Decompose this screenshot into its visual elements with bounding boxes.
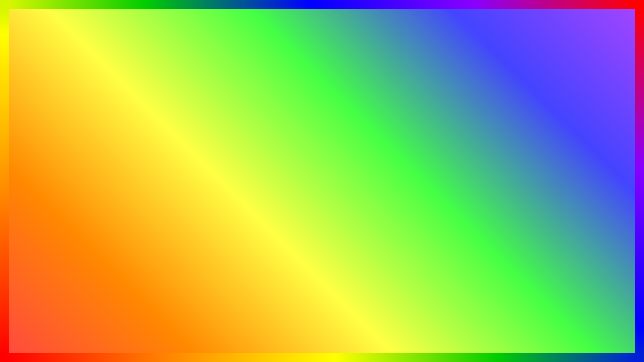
- minimize-button[interactable]: ─: [608, 12, 615, 19]
- swatch-black[interactable]: [399, 33, 407, 41]
- edit-colors-button[interactable]: Edit colors: [582, 33, 605, 55]
- swatch-lightred[interactable]: [426, 42, 434, 50]
- resize-button[interactable]: ⤡ Resize: [102, 45, 133, 56]
- color1-box[interactable]: [377, 33, 391, 47]
- swatch-yellow[interactable]: [444, 33, 452, 41]
- swatch-silver[interactable]: [408, 42, 416, 50]
- swatch-lavender[interactable]: [508, 42, 516, 50]
- brush-4[interactable]: ⬟: [226, 57, 235, 66]
- pencil-tool[interactable]: ✏: [143, 33, 152, 42]
- shape-arrow-left[interactable]: ◁: [266, 44, 276, 54]
- swatch-olive[interactable]: [544, 33, 552, 41]
- swatch-gray[interactable]: [408, 33, 416, 41]
- swatch-lightgray[interactable]: [417, 42, 425, 50]
- svg-point-25: [226, 180, 227, 182]
- swatch-navy[interactable]: [562, 33, 570, 41]
- crop-button[interactable]: ⊡ Crop: [102, 33, 133, 44]
- cut-button[interactable]: ✂ Cut: [48, 33, 71, 44]
- select-button[interactable]: ⬚ Select: [80, 33, 100, 68]
- shape-arrow-right[interactable]: ▷: [256, 44, 266, 54]
- swatch-green[interactable]: [462, 33, 470, 41]
- brushes-button[interactable]: 🖌 Brushes: [205, 33, 228, 55]
- menu-file[interactable]: File: [12, 22, 29, 30]
- swatch-tan[interactable]: [535, 42, 543, 50]
- brush-5[interactable]: /: [198, 66, 207, 75]
- swatch-purple[interactable]: [571, 33, 579, 41]
- swatch-lightseafoam[interactable]: [471, 42, 479, 50]
- fill-tool[interactable]: ⬛: [153, 33, 162, 42]
- shape-arrow-up[interactable]: △: [277, 44, 287, 54]
- shape-hexagon[interactable]: ⬡: [245, 44, 255, 54]
- copy-button[interactable]: ⧉ Copy: [48, 45, 71, 56]
- brush-8[interactable]: │: [226, 66, 235, 75]
- brush-7[interactable]: ─: [217, 66, 226, 75]
- eraser-tool[interactable]: ◻: [173, 33, 182, 42]
- shape-righttriangle[interactable]: ◺: [308, 33, 318, 43]
- swatch-lime[interactable]: [453, 33, 461, 41]
- magnify-tool[interactable]: 🔍: [153, 43, 162, 52]
- swatch-lightskyblue[interactable]: [490, 42, 498, 50]
- picker-tool[interactable]: 💧: [143, 43, 152, 52]
- paste-button[interactable]: 📋 Paste: [17, 33, 46, 60]
- shape-arrow-down[interactable]: ▽: [287, 44, 297, 54]
- swatch-khaki[interactable]: [544, 42, 552, 50]
- brush-3[interactable]: ⬤: [217, 57, 226, 66]
- swatch-violet[interactable]: [508, 33, 516, 41]
- menu-help[interactable]: Help: [114, 22, 134, 30]
- swatch-teal[interactable]: [553, 33, 561, 41]
- menu-view[interactable]: View: [47, 22, 67, 30]
- svg-point-5: [50, 189, 51, 191]
- text-tool[interactable]: A: [163, 33, 172, 42]
- shape-star4[interactable]: ✦: [298, 44, 308, 54]
- brush-1[interactable]: ·: [198, 57, 207, 66]
- maximize-button[interactable]: □: [616, 12, 623, 19]
- paint-canvas[interactable]: Milky Way Drawing: [15, 93, 468, 342]
- swatch-steelblue[interactable]: [562, 42, 570, 50]
- swatch-cyan[interactable]: [480, 33, 489, 41]
- shape-roundrect[interactable]: ⬜: [277, 33, 287, 43]
- svg-point-50: [372, 191, 373, 192]
- menu-edit[interactable]: Edit: [29, 22, 47, 30]
- swatch-white[interactable]: [417, 33, 425, 41]
- swatch-lightTeal[interactable]: [553, 42, 561, 50]
- swatch-blue[interactable]: [499, 33, 507, 41]
- svg-point-27: [75, 199, 76, 200]
- swatch-pink[interactable]: [526, 33, 534, 41]
- shape-rect[interactable]: ▭: [266, 33, 276, 43]
- fill-button[interactable]: Fill ▾: [343, 43, 367, 51]
- swatch-lightblue[interactable]: [499, 42, 507, 50]
- shape-callout[interactable]: 💬: [330, 44, 340, 54]
- swatch-orange[interactable]: [435, 33, 443, 41]
- swatch-brown[interactable]: [535, 33, 543, 41]
- shape-star6[interactable]: ✶: [319, 44, 329, 54]
- rotate-button[interactable]: ↻ Rotate ▾: [102, 57, 133, 68]
- swatch-lightgreen[interactable]: [462, 42, 470, 50]
- shape-line[interactable]: /: [245, 33, 255, 43]
- swatch-lightpink[interactable]: [526, 42, 534, 50]
- swatch-orchid[interactable]: [571, 42, 579, 50]
- shape-star5[interactable]: ★: [308, 44, 318, 54]
- swatch-seafoam[interactable]: [471, 33, 479, 41]
- close-button[interactable]: ✕: [624, 12, 631, 19]
- swatch-darkgray[interactable]: [399, 42, 407, 50]
- swatch-lightcyan[interactable]: [480, 42, 489, 50]
- swatch-peach[interactable]: [435, 42, 443, 50]
- shape-pentagon[interactable]: ⬠: [330, 33, 340, 43]
- shape-diamond[interactable]: ◇: [319, 33, 329, 43]
- swatch-lightmagenta[interactable]: [517, 42, 525, 50]
- shape-ellipse[interactable]: ⬭: [287, 33, 297, 43]
- outline-button[interactable]: Outline ▾: [343, 33, 367, 42]
- swatch-lightyellow[interactable]: [444, 42, 452, 50]
- shape-curve[interactable]: ∿: [256, 33, 266, 43]
- menu-image[interactable]: Image: [66, 22, 90, 30]
- swatch-skyblue[interactable]: [490, 33, 498, 41]
- zoom-plus[interactable]: +: [628, 344, 631, 350]
- menu-colors[interactable]: Colors: [90, 22, 114, 30]
- canvas-area[interactable]: Milky Way Drawing: [10, 88, 634, 342]
- swatch-lightlime[interactable]: [453, 42, 461, 50]
- brush-2[interactable]: •: [207, 57, 216, 66]
- swatch-red[interactable]: [426, 33, 434, 41]
- brush-6[interactable]: \: [207, 66, 216, 75]
- swatch-magenta[interactable]: [517, 33, 525, 41]
- shape-triangle[interactable]: △: [298, 33, 308, 43]
